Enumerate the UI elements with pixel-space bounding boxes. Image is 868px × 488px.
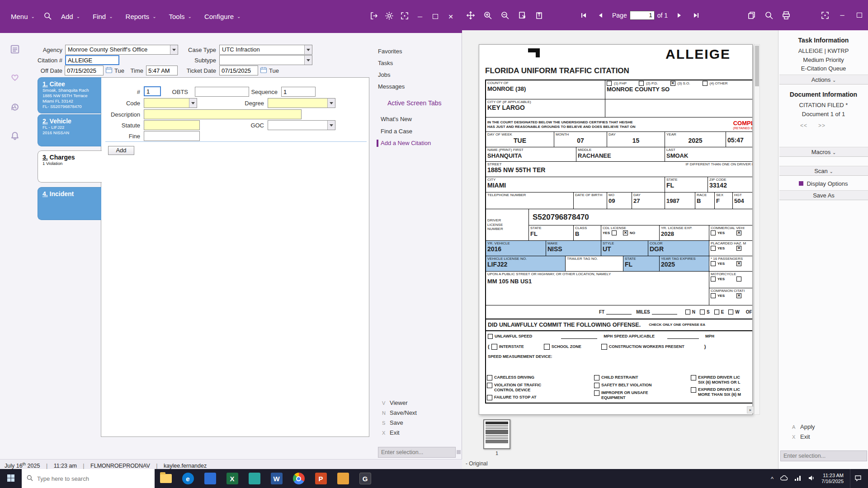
pan-tool-button[interactable] [462,6,479,24]
nav-whats-new[interactable]: What's New [381,116,412,122]
statute-input[interactable] [144,120,200,130]
obts-input[interactable] [195,87,249,97]
actions-button[interactable]: Actions ⌄ [779,75,868,84]
menu-menu[interactable]: Menu⌄ [5,0,41,33]
citation-document[interactable]: ALLEIGE FLORIDA UNIFORM TRAFFIC CITATION… [479,44,753,415]
code-select[interactable] [144,98,197,108]
maximize-button[interactable] [429,9,442,24]
add-charge-button[interactable]: Add [108,146,134,155]
taskbar-app-teal[interactable] [243,469,265,488]
menu-find[interactable]: Find⌄ [86,0,119,33]
next-page-button[interactable] [670,6,688,24]
tray-expand-chevron[interactable]: ^ [771,475,774,482]
minimize-button[interactable]: ─ [413,9,427,24]
zoom-in-button[interactable] [479,6,496,24]
case-type-select[interactable]: UTC Infraction [219,45,312,55]
dropdown-arrow-icon[interactable] [304,45,312,54]
taskbar-app-chrome[interactable] [288,469,310,488]
maximize-button[interactable] [851,6,868,24]
tab-charges[interactable]: 3. Charges 1 Violation [38,150,102,183]
calendar-icon[interactable] [260,66,267,75]
exit-button[interactable]: Exit [800,433,810,440]
menu-add[interactable]: Add⌄ [55,0,86,33]
focus-mode-button[interactable] [816,6,834,24]
dropdown-arrow-icon[interactable] [304,56,312,65]
nav-favorites[interactable]: Favorites [378,48,402,55]
description-input[interactable] [144,109,302,119]
tab-incident[interactable]: 4. Incident [38,187,101,220]
charge-num-input[interactable] [144,86,161,96]
calendar-icon[interactable] [105,66,113,75]
menubar-search-button[interactable] [41,0,55,33]
nav-tasks[interactable]: Tasks [378,60,393,66]
history-icon[interactable] [10,102,21,113]
tab-citee[interactable]: 1. Citee Smoak, Shanquita Rach 1885 NW 5… [38,77,101,113]
ticket-date-input[interactable] [219,66,258,75]
goc-select[interactable] [268,120,335,130]
onedrive-cloud-icon[interactable] [780,475,788,483]
time-input[interactable] [146,66,178,75]
resize-grip[interactable] [457,450,461,454]
taskbar-search[interactable] [22,469,155,488]
citation-number-input[interactable] [65,55,119,65]
document-scrollbar[interactable] [754,44,760,415]
last-page-button[interactable] [688,6,705,24]
apply-button[interactable]: Apply [800,423,815,430]
dropdown-arrow-icon[interactable] [170,45,178,54]
scroll-corner-button[interactable]: ▸ [747,406,754,413]
dropdown-arrow-icon[interactable] [189,99,197,108]
taskbar-app-edge[interactable]: e [177,469,199,488]
off-date-input[interactable] [65,66,104,75]
taskbar-clock[interactable]: 11:23 AM 7/16/2025 [821,473,844,484]
scrollbar-thumb[interactable] [755,46,759,86]
notifications-bell-icon[interactable] [10,131,21,142]
fine-input[interactable] [144,131,200,141]
taskbar-app-excel[interactable]: X [221,469,243,488]
action-center-button[interactable] [850,469,865,488]
degree-select[interactable] [268,98,335,108]
logout-button[interactable] [367,9,381,24]
close-button[interactable]: ✕ [444,9,458,24]
tab-vehicle[interactable]: 2. Vehicle FL - LIFJ22 2016 NISSAN [38,114,101,146]
next-document-button[interactable]: >> [818,122,826,129]
taskbar-app-word[interactable]: W [265,469,288,488]
taskbar-app-orange[interactable]: P [310,469,332,488]
subtype-select[interactable] [219,55,312,65]
taskbar-app-file-explorer[interactable] [155,469,177,488]
nav-jobs[interactable]: Jobs [378,71,390,78]
taskbar-app-blue[interactable] [199,469,221,488]
shortcut-viewer[interactable]: Viewer [390,399,408,406]
forms-icon[interactable] [10,44,21,55]
network-icon[interactable] [794,475,802,483]
start-button[interactable] [0,469,22,488]
display-options-toggle[interactable]: Display Options [778,180,868,187]
menu-configure[interactable]: Configure⌄ [198,0,247,33]
minimize-button[interactable]: ─ [834,6,851,24]
scan-button[interactable]: Scan ⌄ [779,166,868,176]
print-button[interactable] [778,6,795,24]
agency-select[interactable]: Monroe County Sheriff's Office [65,45,178,55]
volume-icon[interactable] [808,475,815,483]
export-page-button[interactable] [531,6,548,24]
favorites-heart-icon[interactable] [10,72,21,83]
search-document-button[interactable] [760,6,778,24]
menu-reports[interactable]: Reports⌄ [119,0,163,33]
prev-document-button[interactable]: << [800,122,807,129]
shortcut-save[interactable]: Save [390,419,403,426]
save-as-button[interactable]: Save As [779,190,868,200]
taskbar-app-amber[interactable] [332,469,354,488]
page-thumbnail[interactable] [483,419,510,449]
zoom-out-button[interactable] [496,6,514,24]
shortcut-save-next[interactable]: Save/Next [390,409,417,416]
previous-page-button[interactable] [592,6,609,24]
nav-find-a-case[interactable]: Find a Case [381,128,412,135]
task-selection-input[interactable] [780,450,867,461]
nav-messages[interactable]: Messages [378,83,405,90]
first-page-button[interactable] [575,6,592,24]
sequence-input[interactable] [281,87,316,97]
focus-mode-button[interactable] [398,9,411,24]
taskbar-app-dark[interactable]: G [354,469,376,488]
dropdown-arrow-icon[interactable] [327,121,335,130]
copy-pages-button[interactable] [743,6,760,24]
page-number-input[interactable] [630,11,655,20]
